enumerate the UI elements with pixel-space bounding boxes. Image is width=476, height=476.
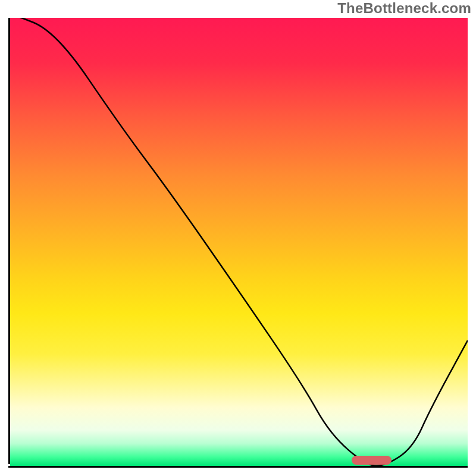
sweet-spot-marker bbox=[352, 456, 392, 465]
bottleneck-chart: TheBottleneck.com bbox=[0, 0, 476, 476]
x-axis-line bbox=[8, 466, 468, 468]
watermark-text: TheBottleneck.com bbox=[337, 0, 471, 17]
chart-curve-svg bbox=[10, 18, 468, 466]
y-axis-line bbox=[8, 18, 10, 464]
chart-curve-path bbox=[10, 18, 468, 466]
